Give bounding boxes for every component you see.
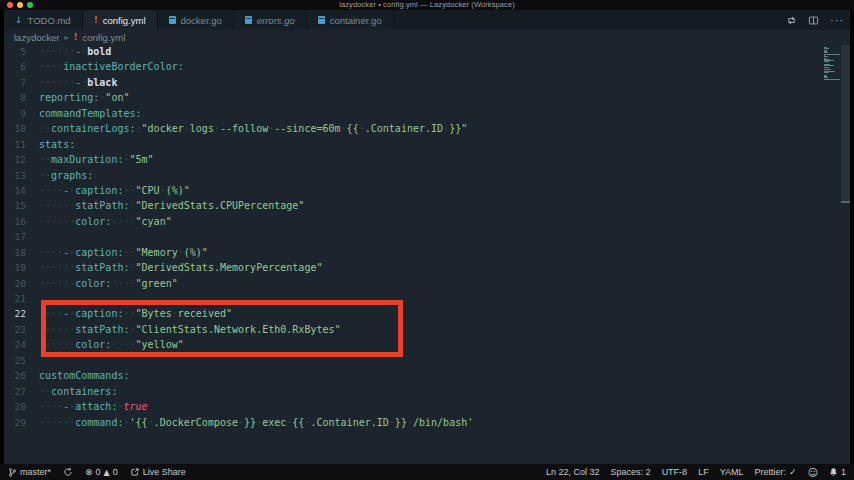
breadcrumb-file[interactable]: config.yml [83,32,126,43]
line-number[interactable]: 17 [4,229,26,244]
line-number[interactable]: 9 [4,106,26,121]
yaml-bang-icon: ! [94,16,98,25]
problems-status[interactable]: ⊗ 0 ▲ 0 [85,467,118,477]
line-number[interactable]: 19 [4,260,26,275]
code-text: ····-·caption:··"Memory·(%)" [26,245,208,260]
code-line[interactable]: 9commandTemplates: [4,106,850,121]
line-number[interactable]: 22 [4,306,26,321]
line-number[interactable]: 21 [4,291,26,306]
line-number[interactable]: 26 [4,368,26,383]
code-line[interactable]: 5······-·bold [4,44,850,59]
code-line[interactable]: 24······color:····"yellow" [4,337,850,352]
line-number[interactable]: 13 [4,168,26,183]
warning-icon: ▲ [104,468,110,477]
code-line[interactable]: 16······color:····"cyan" [4,214,850,229]
code-line[interactable]: 13··graphs: [4,168,850,183]
minimap-line [824,67,829,68]
line-number[interactable]: 16 [4,214,26,229]
more-actions-icon[interactable]: ··· [830,15,844,26]
workbench: ↓TODO.md!config.ymldocker.goerrors.gocon… [0,10,854,464]
live-share-label: Live Share [143,467,186,477]
minimap-line [824,72,829,73]
line-number[interactable]: 10 [4,121,26,136]
tab-docker.go[interactable]: docker.go [158,10,234,30]
prettier-label: Prettier: [754,467,786,477]
code-editor[interactable]: 5······-·bold6····inactiveBorderColor:7·… [4,44,850,464]
code-text: ····-·caption:··"CPU·(%)" [26,183,190,198]
code-line[interactable]: 11stats: [4,137,850,152]
code-line[interactable]: 29······command:·'{{·.DockerCompose·}}·e… [4,415,850,430]
code-line[interactable]: 15······statPath:·"DerivedStats.CPUPerce… [4,198,850,213]
code-text: commandTemplates: [26,106,142,121]
code-line[interactable]: 26customCommands: [4,368,850,383]
sync-changes-button[interactable] [63,467,73,477]
split-editor-icon[interactable] [808,15,819,26]
tab-container.go[interactable]: container.go [307,10,394,30]
open-changes-icon[interactable] [786,15,797,26]
code-text [26,229,39,244]
editor-tab-bar: ↓TODO.md!config.ymldocker.goerrors.gocon… [4,10,850,30]
errors-count: 0 [96,467,101,477]
line-number[interactable]: 23 [4,322,26,337]
code-line[interactable]: 19······statPath:·"DerivedStats.MemoryPe… [4,260,850,275]
code-line[interactable]: 12··maxDuration:·"5m" [4,152,850,167]
code-line[interactable]: 6····inactiveBorderColor: [4,59,850,74]
smiley-icon: ☺ [808,467,818,478]
line-number[interactable]: 24 [4,337,26,352]
scrollbar-thumb[interactable] [841,45,850,203]
tab-label: container.go [330,15,382,26]
editor-scrollbar[interactable] [841,44,850,464]
notifications-bell[interactable]: 1 [829,467,846,477]
code-text: ····inactiveBorderColor: [26,59,184,74]
line-number[interactable]: 5 [4,44,26,59]
line-number[interactable]: 15 [4,198,26,213]
code-line[interactable]: 14····-·caption:··"CPU·(%)" [4,183,850,198]
minimap-line [824,54,840,55]
tab-errors.go[interactable]: errors.go [234,10,307,30]
code-text: ······color:····"yellow" [26,337,184,352]
code-line[interactable]: 28····-·attach:·true [4,399,850,414]
git-branch-status[interactable]: master* [8,467,51,478]
code-line[interactable]: 23······statPath:·"ClientStats.Network.E… [4,322,850,337]
code-line[interactable]: 21 [4,291,850,306]
line-number[interactable]: 29 [4,415,26,430]
code-line[interactable]: 18····-·caption:··"Memory·(%)" [4,245,850,260]
code-text: ······-·bold [26,44,111,59]
line-number[interactable]: 28 [4,399,26,414]
live-share-button[interactable]: Live Share [130,467,186,477]
sync-icon [63,467,73,477]
code-text: ······color:····"cyan" [26,214,172,229]
code-line[interactable]: 27··containers: [4,384,850,399]
code-line[interactable]: 8reporting:·"on" [4,90,850,105]
line-number[interactable]: 7 [4,75,26,90]
code-line[interactable]: 7······-·black [4,75,850,90]
cursor-position[interactable]: Ln 22, Col 32 [546,467,600,477]
line-number[interactable]: 12 [4,152,26,167]
line-number[interactable]: 8 [4,90,26,105]
line-number[interactable]: 18 [4,245,26,260]
encoding-status[interactable]: UTF-8 [662,467,688,477]
line-number[interactable]: 14 [4,183,26,198]
go-file-icon [169,16,176,24]
prettier-status[interactable]: Prettier: ✓ [754,467,796,477]
line-number[interactable]: 27 [4,384,26,399]
indentation-status[interactable]: Spaces: 2 [611,467,651,477]
code-line[interactable]: 20······color:····"green" [4,276,850,291]
line-number[interactable]: 6 [4,59,26,74]
minimap[interactable] [824,47,841,80]
line-number[interactable]: 25 [4,353,26,368]
code-line[interactable]: 22····-·caption:··"Bytes·received" [4,306,850,321]
breadcrumb-folder[interactable]: lazydocker [14,32,59,43]
warnings-count: 0 [113,467,118,477]
code-text: stats: [26,137,75,152]
code-line[interactable]: 17 [4,229,850,244]
eol-status[interactable]: LF [698,467,709,477]
feedback-button[interactable]: ☺ [808,467,818,478]
tab-config.yml[interactable]: !config.yml [83,10,158,30]
line-number[interactable]: 11 [4,137,26,152]
tab-TODO.md[interactable]: ↓TODO.md [4,10,83,30]
code-line[interactable]: 25 [4,353,850,368]
code-line[interactable]: 10··containerLogs:·"docker·logs·--follow… [4,121,850,136]
line-number[interactable]: 20 [4,276,26,291]
language-mode[interactable]: YAML [720,467,744,477]
